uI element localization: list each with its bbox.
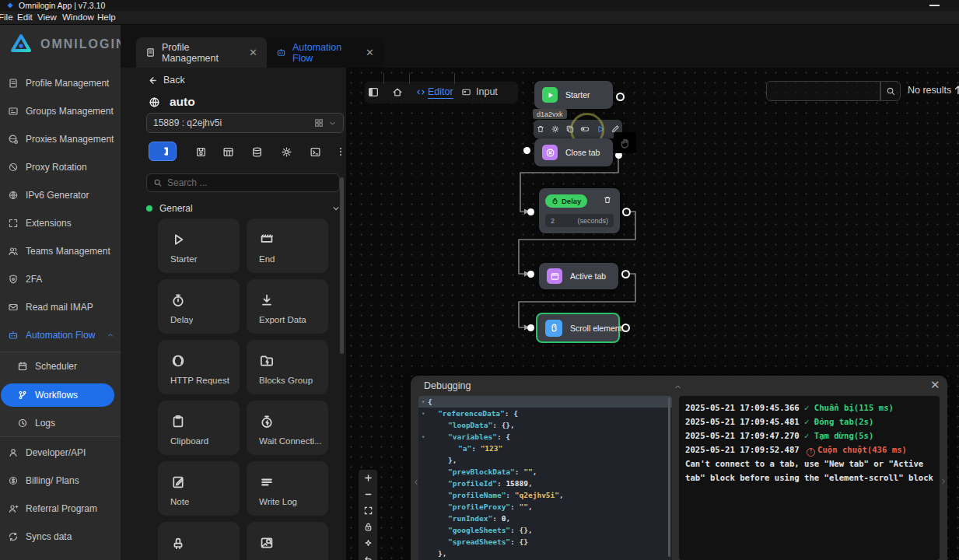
auto-layout-button[interactable] bbox=[359, 535, 377, 551]
json-line[interactable]: "googleSheets": {}, bbox=[418, 524, 672, 536]
block-tile-note[interactable]: Note bbox=[158, 461, 240, 516]
node-starter[interactable]: Starter bbox=[534, 81, 613, 109]
port-input-scroll-element[interactable] bbox=[527, 324, 534, 331]
section-general-header[interactable]: General bbox=[146, 201, 341, 215]
trash-icon[interactable] bbox=[536, 124, 545, 134]
sidebar-item-groups-management[interactable]: Groups Management bbox=[0, 100, 121, 122]
sidebar-item-extensions[interactable]: Extensions bbox=[0, 212, 121, 234]
menu-help[interactable]: Help bbox=[97, 12, 116, 22]
menu-view[interactable]: View bbox=[37, 12, 57, 22]
block-tile-partial-left[interactable] bbox=[158, 522, 240, 560]
block-tile-clipboard[interactable]: Clipboard bbox=[158, 401, 240, 455]
json-line[interactable]: "a": "123" bbox=[418, 443, 672, 454]
sidebar-item-proxies-management[interactable]: Proxies Management bbox=[0, 128, 121, 150]
debug-log-list: 2025-05-21 17:09:45.366 ✓ Chuẩn bị(115 m… bbox=[679, 396, 940, 560]
port-output-scroll-element[interactable] bbox=[621, 324, 630, 332]
block-tile-blocks-group[interactable]: Blocks Group bbox=[247, 340, 328, 394]
node-delay[interactable]: Delay 2 (seconds) bbox=[539, 188, 620, 233]
collapse-icon[interactable] bbox=[674, 383, 682, 391]
minimize-button[interactable] bbox=[929, 5, 940, 6]
debug-json-tree[interactable]: ▾{▾"referenceData": {"loopData": {},▾"va… bbox=[418, 396, 672, 560]
delay-seconds-field[interactable]: 2 (seconds) bbox=[545, 214, 614, 227]
fit-view-button[interactable] bbox=[359, 502, 377, 519]
block-tile-end[interactable]: End bbox=[247, 219, 328, 273]
sidebar-item-referral-program[interactable]: Referral Program bbox=[0, 498, 121, 520]
port-input-active-tab[interactable] bbox=[527, 271, 534, 278]
globe-gear-icon bbox=[8, 134, 19, 145]
block-search-input[interactable] bbox=[167, 177, 323, 188]
sidebar-item-proxy-rotation[interactable]: Proxy Rotation bbox=[0, 156, 121, 178]
port-output-starter[interactable] bbox=[616, 93, 625, 101]
tab-profile-management[interactable]: Profile Management ✕ bbox=[136, 37, 267, 68]
database-icon[interactable] bbox=[248, 143, 265, 160]
sidebar-item-ipv6-generator[interactable]: IPv6 Generator bbox=[0, 184, 121, 206]
sidebar-item-logs[interactable]: Logs bbox=[0, 412, 121, 434]
gear-icon[interactable] bbox=[551, 124, 560, 134]
sidebar-item-teams-management[interactable]: Teams Management bbox=[0, 240, 121, 262]
more-vertical-icon[interactable] bbox=[332, 143, 346, 160]
sidebar-item-billing-plans[interactable]: Billing/ Plans bbox=[0, 470, 121, 492]
json-line[interactable]: ▾"variables": { bbox=[418, 431, 672, 443]
zoom-in-button[interactable] bbox=[359, 470, 377, 486]
json-line[interactable]: }, bbox=[418, 454, 672, 466]
chevron-left-icon[interactable] bbox=[412, 477, 420, 488]
block-tile-partial-right[interactable] bbox=[247, 522, 328, 560]
close-icon[interactable]: ✕ bbox=[249, 47, 257, 58]
json-line[interactable]: }, bbox=[418, 548, 672, 559]
table-icon[interactable] bbox=[219, 143, 236, 160]
sidebar-item-syncs-data[interactable]: Syncs data bbox=[0, 526, 121, 548]
tile-label: End bbox=[259, 254, 275, 264]
node-scroll-element[interactable]: Scroll element bbox=[536, 313, 620, 343]
sidebar-item-2fa[interactable]: 2FA bbox=[0, 268, 121, 290]
night-mode-button[interactable] bbox=[149, 142, 177, 161]
json-line[interactable]: ▾"referenceData": { bbox=[418, 408, 672, 419]
menu-file[interactable]: File bbox=[0, 12, 13, 22]
undo-button[interactable] bbox=[359, 551, 377, 560]
tab-automation-flow[interactable]: Automation Flow ✕ bbox=[267, 37, 383, 68]
sidebar-item-profile-management[interactable]: Profile Management bbox=[0, 72, 121, 94]
sidebar-item-label: Read mail IMAP bbox=[26, 302, 93, 313]
port-input-delay[interactable] bbox=[527, 208, 534, 215]
block-tile-write-log[interactable]: Write Log bbox=[247, 461, 328, 516]
sidebar-item-read-mail-imap[interactable]: Read mail IMAP bbox=[0, 296, 121, 318]
calendar-icon bbox=[17, 361, 28, 372]
finish-line-icon bbox=[259, 232, 275, 247]
json-line[interactable]: "loopData": {}, bbox=[418, 419, 672, 431]
block-tile-wait-connection[interactable]: Wait Connecti... bbox=[247, 401, 328, 455]
sidebar-item-scheduler[interactable]: Scheduler bbox=[0, 355, 121, 377]
json-line[interactable]: "profileName": "q2ejhv5i", bbox=[418, 489, 672, 501]
trash-icon[interactable] bbox=[603, 195, 612, 205]
json-line[interactable]: "profileId": 15889, bbox=[418, 478, 672, 489]
json-scrollbar[interactable] bbox=[668, 397, 670, 557]
node-active-tab[interactable]: Active tab bbox=[539, 263, 618, 289]
zoom-out-button[interactable] bbox=[359, 486, 377, 502]
terminal-icon[interactable] bbox=[306, 143, 324, 160]
back-button[interactable]: Back bbox=[147, 75, 185, 86]
sidebar-item-automation-flow[interactable]: Automation Flow bbox=[0, 324, 121, 346]
sidebar-item-workflows[interactable]: Workflows bbox=[1, 383, 114, 407]
sidebar-item-developer-api[interactable]: Developer/API bbox=[0, 442, 121, 464]
menu-window[interactable]: Window bbox=[62, 12, 94, 22]
block-tile-delay[interactable]: Delay bbox=[158, 279, 240, 334]
gear-icon[interactable] bbox=[278, 143, 295, 160]
json-line[interactable]: "prevBlockData": "", bbox=[418, 466, 672, 478]
chevron-right-icon[interactable] bbox=[940, 476, 947, 487]
json-line[interactable]: "profileProxy": "", bbox=[418, 501, 672, 513]
port-output-delay[interactable] bbox=[622, 208, 631, 216]
save-icon[interactable] bbox=[192, 143, 209, 160]
json-line[interactable]: ▾{ bbox=[418, 396, 672, 408]
block-tile-starter[interactable]: Starter bbox=[158, 219, 240, 273]
close-icon[interactable]: ✕ bbox=[930, 378, 940, 392]
close-icon[interactable]: ✕ bbox=[366, 47, 374, 58]
json-line[interactable]: "runIndex": 0, bbox=[418, 513, 672, 524]
block-tile-export-data[interactable]: Export Data bbox=[247, 279, 328, 334]
menu-edit[interactable]: Edit bbox=[17, 12, 33, 22]
lock-button[interactable] bbox=[359, 519, 377, 535]
port-input-close-tab[interactable] bbox=[523, 147, 530, 154]
port-output-active-tab[interactable] bbox=[621, 270, 630, 278]
block-tile-http-request[interactable]: HTTP Request bbox=[158, 340, 240, 394]
panel-scrollbar[interactable] bbox=[340, 177, 344, 354]
json-line[interactable]: "spreadSheets": {} bbox=[418, 536, 672, 548]
node-close-tab[interactable]: Close tab bbox=[534, 138, 613, 166]
profile-select[interactable]: 15889 : q2ejhv5i bbox=[146, 113, 344, 133]
